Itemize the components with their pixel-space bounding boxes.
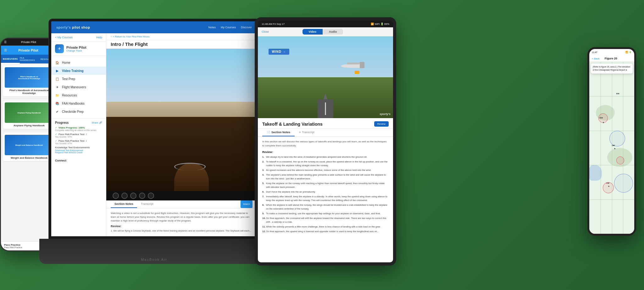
map-blue-zone-1 [609, 131, 625, 146]
instrument-2 [121, 193, 128, 199]
sidebar-course-info: ✈ Private Pilot Change Track [51, 42, 106, 56]
ipad-plane [341, 61, 366, 70]
sidebar-item-maneuvers[interactable]: ✈ Flight Maneuvers [51, 83, 106, 91]
phone-book-title-3: Weight and Balance Handbook [5, 156, 53, 159]
progress-endorsement-link1[interactable]: Download Test Endorsement [55, 149, 102, 151]
ipad-review-button[interactable]: Review [374, 121, 389, 127]
ipad-frame: 11:48 AM Fri Sep 17 📶 WiFi 🔋 89% Close V… [255, 17, 396, 265]
iphone-device: 11:47 📶 🔋 < Back Figure 20 [587, 47, 636, 236]
nav-my-courses[interactable]: My Courses [221, 26, 236, 29]
laptop-brand: MacBook Air [141, 258, 167, 261]
ipad-wind-arrow: WIND → [269, 49, 289, 55]
iphone-nav-title: Figure 20 [605, 57, 617, 60]
phone-book-item-3[interactable]: Weight and Balance Handbook Weight and B… [3, 133, 55, 161]
phone-book-cover-1: Pilot's Handbook ofAeronautical Knowledg… [5, 67, 53, 88]
sidebar-item-resources[interactable]: 📁 Resources [51, 91, 106, 99]
ipad-video[interactable]: WIND → sporty's [258, 36, 393, 118]
progress-title: Progress [55, 121, 69, 124]
main-breadcrumb[interactable]: ‹ < Return to Your First Few Hours [106, 33, 257, 40]
ipad-review-item-7: Immediately after takeoff, keep the airp… [262, 195, 389, 202]
progress-item-video: ✓ Video Progress: 100% Complete watching… [55, 126, 102, 131]
handbooks-icon: 📚 [55, 101, 59, 106]
app-header: sporty's pilot shop Notes My Courses Dis… [51, 21, 257, 33]
sidebar-item-testprep[interactable]: 📋 Test Prep [51, 75, 106, 83]
ipad-seg-video[interactable]: Video [303, 29, 323, 35]
map-airport-1 [603, 122, 604, 123]
sidebar-label-resources: Resources [62, 94, 77, 97]
progress-endorsement-link2[interactable]: Request FAA WINGS Credit [55, 151, 102, 154]
ipad-review-item-2: To takeoff in a crosswind, line up on th… [262, 160, 389, 167]
map-label-3: PHF [606, 182, 609, 184]
info-icon-1[interactable]: ℹ [86, 133, 87, 136]
iphone-back-btn[interactable]: < Back [592, 57, 600, 60]
sidebar-label-maneuvers: Flight Maneuvers [62, 85, 86, 89]
progress-video-sub: Complete watching all videos in this ser… [55, 129, 102, 131]
sidebar-item-checkride[interactable]: ✔ Checkride Prep [51, 107, 106, 116]
sidebar-item-home[interactable]: 🏠 Home [51, 58, 106, 67]
ipad-review-heading: Review: [262, 150, 389, 154]
ipad-segmented-control: Video Audio [303, 29, 343, 35]
sidebar-top: < My Courses Help [51, 33, 106, 42]
iphone-question-box: (Refer to figure 20, area 2.) The elevat… [591, 63, 633, 74]
ipad-review-item-11: While the sideslip presents a little mor… [262, 225, 389, 229]
breadcrumb-arrow: ‹ [111, 35, 112, 38]
ipad-close-btn[interactable]: Close [262, 30, 269, 33]
phone-book-item-2[interactable]: Airplane Flying Handbook Airplane Flying… [3, 101, 55, 129]
ipad-sporty-logo: sporty's [380, 112, 391, 116]
ipad-tabs: 📄 Section Notes ≡ Transcript [258, 129, 393, 137]
plane-wing [347, 63, 360, 64]
ipad-tab-notes[interactable]: 📄 Section Notes [262, 129, 295, 136]
phone-book-divider-2 [3, 131, 55, 131]
breadcrumb-text: < Return to Your First Few Hours [113, 35, 150, 38]
runway-marker [355, 71, 359, 74]
sidebar-item-handbooks[interactable]: 📚 FAA Handbooks [51, 99, 106, 107]
laptop-screen: sporty's pilot shop Notes My Courses Dis… [49, 19, 259, 239]
progress-share[interactable]: Share 🔗 [92, 121, 102, 124]
info-icon-2[interactable]: ℹ [86, 140, 87, 142]
iphone-question-text: (Refer to figure 20, area 2.) The elevat… [593, 65, 631, 72]
ipad-time: 11:48 AM Fri Sep 17 [262, 23, 285, 25]
review-item-1: 1. We will be flying a Cessna Skyhawk, o… [111, 229, 253, 233]
map-red-zone-2 [616, 156, 624, 164]
map-airport-3 [608, 186, 609, 187]
map-water [589, 165, 602, 181]
app-body: < My Courses Help ✈ Private Pilot Change… [51, 33, 257, 236]
runway-line-center [325, 102, 326, 115]
instrument-panel [106, 191, 257, 200]
iphone-time: 11:47 [592, 51, 597, 53]
sidebar-connect: Connect [51, 158, 106, 163]
ipad-seg-audio[interactable]: Audio [323, 29, 343, 35]
map-label-4: BWI [616, 93, 619, 95]
phone-book-title-1: Pilot's Handbook of Aeronautical Knowled… [5, 89, 53, 95]
tab-transcript[interactable]: Transcript [137, 200, 157, 208]
iphone-map: CRW ORF PHF BWI (Refer to figure 20, are… [589, 62, 634, 234]
ipad-review-item-12: On final approach, the upwind wing is lo… [262, 230, 389, 233]
phone-tab-handbooks[interactable]: FAA HANDBOOKS [20, 55, 39, 63]
main-title: Intro / The Flight [106, 40, 257, 49]
map-label-2: ORF [612, 145, 615, 146]
section-review-title: Review: [111, 225, 253, 228]
main-video[interactable] [106, 49, 257, 200]
laptop-base: MacBook Air [39, 239, 269, 264]
check-icon-faa1: ✓ [55, 133, 57, 136]
map-airport-2 [614, 148, 615, 149]
sidebar-course-track[interactable]: Change Track [66, 49, 86, 52]
sidebar-item-video[interactable]: ▶ Video Training [51, 67, 106, 75]
tab-section-notes[interactable]: Section Notes [111, 200, 137, 208]
app-nav-links: Notes My Courses Discover [208, 26, 252, 29]
ipad-section-title: Takeoff & Landing Variations [262, 122, 323, 127]
sidebar-help-link[interactable]: Help [96, 36, 102, 39]
sky-bg [106, 49, 257, 102]
phone-tab-maneuvers[interactable]: MANEUVERS [1, 55, 20, 63]
watch-button[interactable]: Watch [241, 200, 253, 208]
nav-discover[interactable]: Discover [241, 26, 252, 29]
phone-book-item-1[interactable]: Pilot's Handbook ofAeronautical Knowledg… [3, 65, 55, 96]
nav-notes[interactable]: Notes [208, 26, 216, 29]
sidebar-label-home: Home [62, 61, 70, 64]
app-main: ‹ < Return to Your First Few Hours Intro… [106, 33, 257, 236]
sidebar-label-checkride: Checkride Prep [62, 110, 84, 113]
sidebar-label-testprep: Test Prep [62, 77, 75, 81]
sidebar-back-link[interactable]: < My Courses [55, 36, 73, 39]
ipad-review-item-10: On final approach, the crosswind will dr… [262, 216, 389, 224]
ipad-tab-transcript[interactable]: ≡ Transcript [295, 129, 319, 136]
